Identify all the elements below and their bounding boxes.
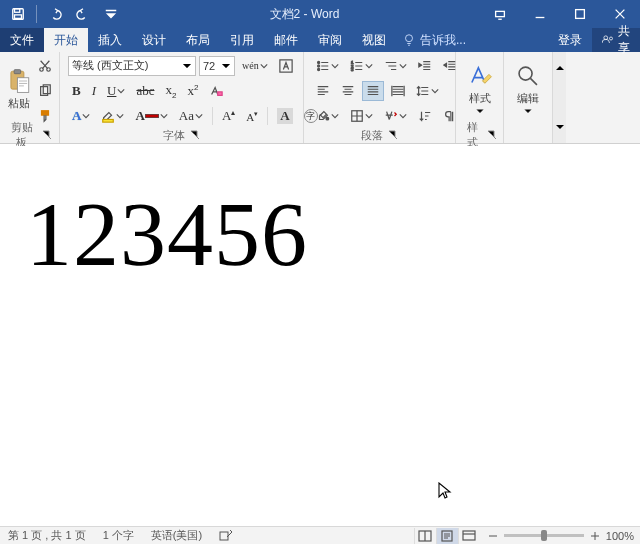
svg-rect-3 <box>496 11 505 16</box>
redo-button[interactable] <box>71 2 95 26</box>
underline-button[interactable]: U <box>103 81 129 101</box>
sort-button[interactable] <box>414 106 436 126</box>
ribbon-display-options-icon[interactable] <box>480 0 520 28</box>
tab-home[interactable]: 开始 <box>44 28 88 52</box>
bullets-button[interactable] <box>312 56 343 76</box>
align-center-button[interactable] <box>337 81 359 101</box>
ribbon-scroll-up-icon[interactable] <box>554 56 566 80</box>
svg-rect-10 <box>17 77 28 92</box>
align-left-button[interactable] <box>312 81 334 101</box>
tab-design[interactable]: 设计 <box>132 28 176 52</box>
tab-references[interactable]: 引用 <box>220 28 264 52</box>
paste-button[interactable]: 粘贴 <box>6 55 32 123</box>
zoom-slider[interactable] <box>504 534 584 537</box>
phonetic-guide-button[interactable]: wén <box>238 56 272 76</box>
group-font-label: 字体 <box>66 127 297 143</box>
chevron-down-icon <box>365 59 373 73</box>
view-web-layout-icon[interactable] <box>458 528 480 544</box>
tab-mailings[interactable]: 邮件 <box>264 28 308 52</box>
tab-review[interactable]: 审阅 <box>308 28 352 52</box>
italic-button[interactable]: I <box>88 81 100 101</box>
cut-button[interactable] <box>34 56 56 76</box>
svg-rect-1 <box>15 9 20 13</box>
tab-insert[interactable]: 插入 <box>88 28 132 52</box>
zoom-out-button[interactable] <box>486 529 500 543</box>
copy-button[interactable] <box>34 81 56 101</box>
save-icon[interactable] <box>6 2 30 26</box>
styles-button[interactable]: 样式 <box>462 55 497 123</box>
tab-layout[interactable]: 布局 <box>176 28 220 52</box>
login-button[interactable]: 登录 <box>548 28 592 52</box>
superscript-button[interactable]: x2 <box>183 81 202 101</box>
bullet-list-icon <box>316 59 330 73</box>
highlight-button[interactable] <box>97 106 128 126</box>
shading-button[interactable] <box>312 106 343 126</box>
collapse-ribbon-icon[interactable] <box>554 115 566 139</box>
status-page[interactable]: 第 1 页 , 共 1 页 <box>0 528 95 543</box>
borders-button[interactable] <box>346 106 377 126</box>
chevron-down-icon <box>331 59 339 73</box>
paragraph-launcher-icon[interactable] <box>387 129 399 141</box>
tab-view[interactable]: 视图 <box>352 28 396 52</box>
status-language[interactable]: 英语(美国) <box>143 528 211 543</box>
zoom-in-button[interactable] <box>588 529 602 543</box>
strikethrough-button[interactable]: abc <box>132 81 158 101</box>
character-shading-button[interactable]: A <box>273 106 296 126</box>
maximize-button[interactable] <box>560 0 600 28</box>
status-word-count[interactable]: 1 个字 <box>95 528 143 543</box>
font-name-combo[interactable]: 等线 (西文正文) <box>68 56 196 76</box>
tell-me-search[interactable]: 告诉我... <box>396 28 548 52</box>
lightbulb-icon <box>402 33 416 47</box>
subscript-button[interactable]: x2 <box>161 81 180 101</box>
share-button[interactable]: 共享 <box>592 28 640 52</box>
align-justify-icon <box>366 84 380 98</box>
grow-font-button[interactable]: A▴ <box>218 106 239 126</box>
character-border-button[interactable] <box>275 56 297 76</box>
document-area: 123456 <box>0 148 640 526</box>
view-print-layout-icon[interactable] <box>436 528 458 544</box>
undo-button[interactable] <box>43 2 67 26</box>
svg-point-22 <box>318 68 320 70</box>
styles-launcher-icon[interactable] <box>486 129 497 141</box>
clipboard-launcher-icon[interactable] <box>42 129 53 141</box>
group-styles-label: 样式 <box>462 127 497 143</box>
line-spacing-icon <box>416 84 430 98</box>
svg-point-26 <box>326 118 329 121</box>
font-launcher-icon[interactable] <box>189 129 201 141</box>
svg-rect-15 <box>42 111 49 115</box>
editing-button[interactable]: 编辑 <box>510 55 546 123</box>
group-font: 等线 (西文正文) 72 wén B I U abc x2 x2 A A Aa <box>60 52 304 143</box>
numbering-button[interactable]: 123 <box>346 56 377 76</box>
shrink-font-button[interactable]: A▾ <box>242 106 262 126</box>
document-text[interactable]: 123456 <box>26 188 308 280</box>
text-effects-button[interactable]: A <box>68 106 94 126</box>
svg-text:3: 3 <box>351 67 354 72</box>
decrease-indent-button[interactable] <box>414 56 436 76</box>
align-left-icon <box>316 84 330 98</box>
distributed-button[interactable] <box>387 81 409 101</box>
chevron-down-icon <box>399 109 407 123</box>
multilevel-list-button[interactable] <box>380 56 411 76</box>
qat-customize-icon[interactable] <box>99 2 123 26</box>
bold-button[interactable]: B <box>68 81 85 101</box>
color-swatch-icon <box>145 114 159 118</box>
view-read-mode-icon[interactable] <box>414 528 436 544</box>
group-clipboard-label: 剪贴板 <box>6 127 53 143</box>
clear-formatting-button[interactable] <box>205 81 227 101</box>
tab-file[interactable]: 文件 <box>0 28 44 52</box>
status-track-changes-icon[interactable] <box>211 529 242 543</box>
asian-layout-button[interactable] <box>380 106 411 126</box>
page[interactable]: 123456 <box>20 148 632 526</box>
minimize-button[interactable] <box>520 0 560 28</box>
highlighter-icon <box>101 109 115 123</box>
align-justify-button[interactable] <box>362 81 384 101</box>
ribbon-collapse <box>552 52 566 143</box>
change-case-button[interactable]: Aa <box>175 106 207 126</box>
sort-icon <box>418 109 432 123</box>
chevron-down-icon <box>160 109 168 123</box>
font-color-button[interactable]: A <box>131 106 171 126</box>
font-size-combo[interactable]: 72 <box>199 56 235 76</box>
svg-point-28 <box>519 67 532 80</box>
line-spacing-button[interactable] <box>412 81 443 101</box>
zoom-value[interactable]: 100% <box>606 530 634 542</box>
